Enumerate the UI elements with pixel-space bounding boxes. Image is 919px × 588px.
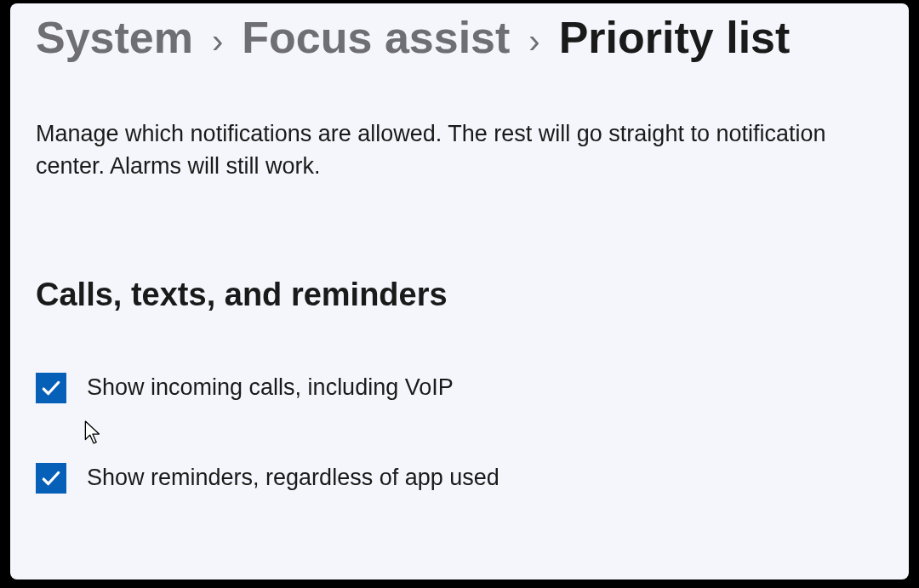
settings-panel: System › Focus assist › Priority list Ma… [10,3,909,579]
breadcrumb-focus-assist[interactable]: Focus assist [242,12,510,63]
checkbox-label: Show reminders, regardless of app used [87,465,499,491]
checkbox-show-incoming-calls[interactable]: Show incoming calls, including VoIP [36,373,883,403]
checkbox-label: Show incoming calls, including VoIP [87,374,454,401]
breadcrumb-current: Priority list [559,12,791,63]
breadcrumb: System › Focus assist › Priority list [36,12,883,63]
checkbox-show-reminders[interactable]: Show reminders, regardless of app used [36,463,883,494]
chevron-right-icon: › [212,24,223,58]
breadcrumb-system[interactable]: System [36,12,193,63]
section-heading-calls-texts-reminders: Calls, texts, and reminders [36,277,883,313]
cursor-icon [83,420,104,446]
checkbox-checked-icon [36,373,66,403]
checkbox-checked-icon [36,463,66,494]
chevron-right-icon: › [528,24,539,58]
page-description: Manage which notifications are allowed. … [36,117,836,183]
